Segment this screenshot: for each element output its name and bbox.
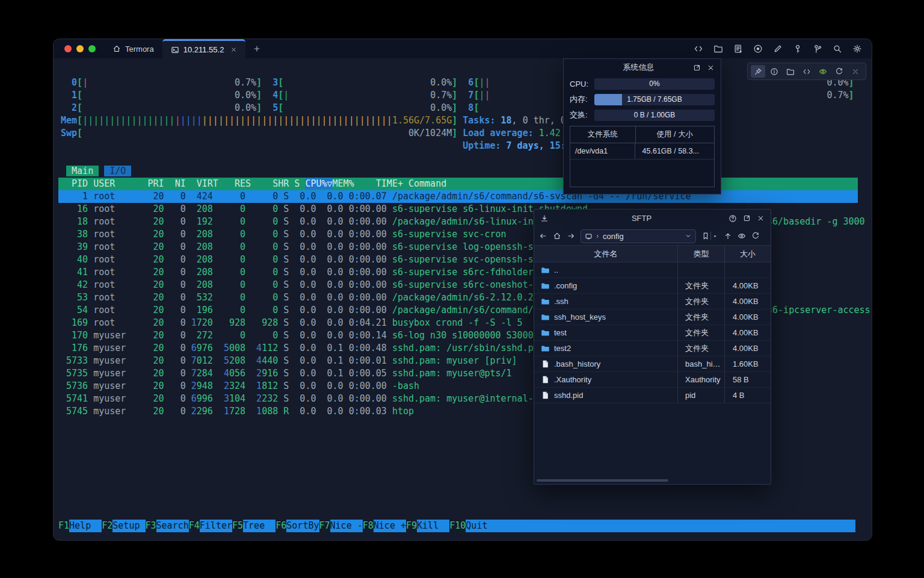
folder-icon xyxy=(541,297,550,306)
fkey-f3-button[interactable]: Search xyxy=(156,520,189,532)
blank-row xyxy=(58,152,858,165)
fs-row[interactable]: /dev/vda145.61GB / 58.3... xyxy=(570,143,714,160)
sys-metric-value: 1.75GB / 7.65GB xyxy=(594,94,715,105)
sys-metric-bar: 0 B / 1.00GB xyxy=(594,110,715,121)
file-type: Xauthority xyxy=(677,372,724,387)
file-size: 4.00KB xyxy=(724,341,771,356)
sys-metric-bar: 0% xyxy=(594,78,715,90)
fkey-f9-button[interactable]: Kill xyxy=(417,520,449,532)
sftp-file-row[interactable]: .config文件夹4.00KB xyxy=(534,278,771,294)
chevron-down-icon[interactable] xyxy=(685,232,692,240)
tab-home[interactable]: Termora xyxy=(104,39,162,58)
log-icon[interactable] xyxy=(733,44,743,54)
cpu-meter-row: 1[ 0.0%] 4[| 0.7%] 7[|| 0.7%] xyxy=(58,89,858,102)
zoom-window-button[interactable] xyxy=(88,45,96,52)
forward-icon[interactable] xyxy=(567,232,575,240)
search-icon[interactable] xyxy=(833,44,842,54)
sftp-file-row[interactable]: test文件夹4.00KB xyxy=(534,325,771,341)
file-size: 4.00KB xyxy=(724,309,771,325)
folder-icon xyxy=(541,344,550,353)
help-icon[interactable] xyxy=(728,214,737,223)
minimize-window-button[interactable] xyxy=(76,45,84,52)
column-header-name[interactable]: 文件名 xyxy=(534,246,677,262)
eye-icon[interactable] xyxy=(738,232,746,240)
back-icon[interactable] xyxy=(539,232,547,240)
filesystem-table: 文件系统 使用 / 大小 /dev/vda145.61GB / 58.3... xyxy=(570,126,715,187)
fkey-f10-button[interactable]: Quit xyxy=(466,520,498,532)
folder-icon[interactable] xyxy=(713,44,723,54)
sys-metric-bar: 1.75GB / 7.65GB xyxy=(594,94,715,105)
sftp-file-row[interactable]: .. xyxy=(534,263,771,278)
sftp-toolbar: config xyxy=(534,227,771,245)
close-icon[interactable] xyxy=(757,214,765,222)
settings-icon[interactable] xyxy=(852,44,862,54)
file-type: 文件夹 xyxy=(677,294,724,309)
file-size: 4.00KB xyxy=(724,278,771,293)
htop-function-bar: F1Help F2Setup F3SearchF4FilterF5Tree F6… xyxy=(58,520,855,532)
edit-icon[interactable] xyxy=(773,44,783,54)
fkey-f7-button[interactable]: Nice - xyxy=(330,520,363,532)
fkey-f4-button[interactable]: Filter xyxy=(200,520,232,532)
key-icon[interactable] xyxy=(793,44,802,54)
fkey-f1: F1 xyxy=(58,520,69,532)
column-header-size[interactable]: 大小 xyxy=(724,246,771,262)
fkey-f10: F10 xyxy=(449,520,466,532)
download-icon[interactable] xyxy=(540,214,549,223)
sftp-file-row[interactable]: test2文件夹4.00KB xyxy=(534,341,771,356)
file-size: 4.00KB xyxy=(724,325,771,340)
floating-toolbar xyxy=(747,63,866,80)
file-icon xyxy=(541,391,550,400)
code-icon[interactable] xyxy=(799,65,814,78)
close-tab-icon[interactable] xyxy=(230,46,237,53)
pin-icon[interactable] xyxy=(751,65,765,78)
refresh-icon[interactable] xyxy=(751,232,760,240)
external-icon[interactable] xyxy=(743,214,751,222)
titlebar: Termora 10.211.55.2 xyxy=(54,39,872,58)
fkey-f8-button[interactable]: Nice + xyxy=(374,520,406,532)
titlebar-actions xyxy=(694,39,872,58)
close-icon[interactable] xyxy=(848,65,863,78)
sftp-file-row[interactable]: .XauthorityXauthority58 B xyxy=(534,372,771,388)
folder-icon xyxy=(541,328,550,337)
folder-icon[interactable] xyxy=(783,65,798,78)
sftp-panel: SFTP config xyxy=(534,209,771,485)
refresh-icon[interactable] xyxy=(832,65,846,78)
caret-down-icon[interactable] xyxy=(712,233,718,240)
eye-icon[interactable] xyxy=(816,65,830,78)
up-icon[interactable] xyxy=(724,232,732,240)
new-tab-button[interactable] xyxy=(245,39,268,58)
file-name: ssh_host_keys xyxy=(554,309,606,325)
sftp-file-row[interactable]: .bash_historybash_history1.60KB xyxy=(534,356,771,372)
fkey-f6-button[interactable]: SortBy xyxy=(286,520,319,532)
sftp-file-row[interactable]: .ssh文件夹4.00KB xyxy=(534,294,771,309)
tab-session[interactable]: 10.211.55.2 xyxy=(162,39,246,58)
fkey-f5-button[interactable]: Tree xyxy=(243,520,276,532)
info-icon[interactable] xyxy=(767,65,781,78)
file-name: .Xauthority xyxy=(554,372,591,387)
column-header-type[interactable]: 类型 xyxy=(677,246,724,262)
keychain-icon[interactable] xyxy=(813,44,822,54)
horizontal-scrollbar[interactable] xyxy=(537,479,668,482)
bookmark-icon[interactable] xyxy=(701,232,710,240)
path-input[interactable]: config xyxy=(581,229,696,243)
sftp-file-row[interactable]: sshd.pidpid4 B xyxy=(534,388,771,403)
sys-metric-label: CPU: xyxy=(570,79,590,89)
process-row: 1 root 20 0 424 0 0 S 0.0 0.0 0:00.07 /p… xyxy=(58,190,858,203)
record-icon[interactable] xyxy=(753,44,763,54)
fs-col-header: 文件系统 xyxy=(570,126,636,143)
sftp-file-row[interactable]: ssh_host_keys文件夹4.00KB xyxy=(534,309,771,325)
file-size: 4.00KB xyxy=(724,294,771,309)
fkey-f2-button[interactable]: Setup xyxy=(112,520,145,532)
file-size xyxy=(724,263,771,278)
sys-metric-row: CPU:0% xyxy=(564,76,721,92)
external-icon[interactable] xyxy=(693,64,701,72)
sftp-title: SFTP xyxy=(555,214,722,223)
file-name: .bash_history xyxy=(554,356,600,371)
close-window-button[interactable] xyxy=(64,45,72,52)
sftp-header-row: 文件名 类型 大小 xyxy=(534,245,771,263)
close-icon[interactable] xyxy=(707,64,715,72)
home-icon[interactable] xyxy=(553,232,561,240)
fkey-f1-button[interactable]: Help xyxy=(69,520,102,532)
screen-tabs-row: Main I/O xyxy=(58,165,858,178)
code-icon[interactable] xyxy=(694,44,703,54)
